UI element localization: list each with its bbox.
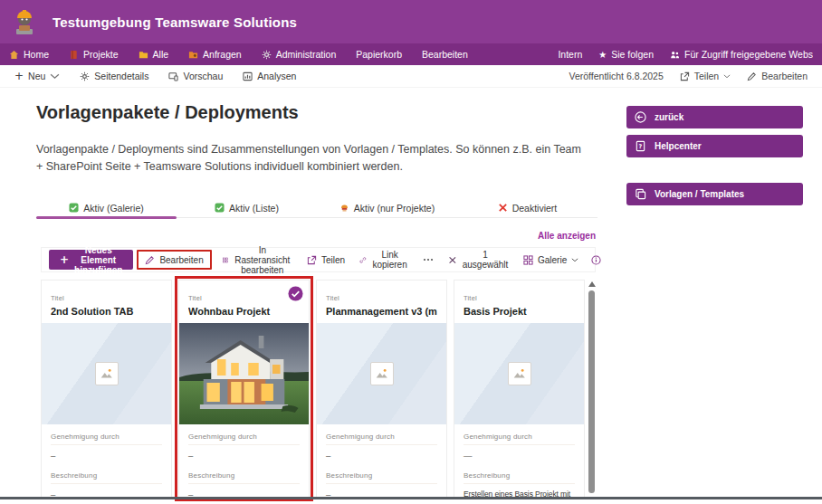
edit-item-button[interactable]: Bearbeiten (137, 250, 211, 270)
templates-copy-icon (635, 188, 646, 200)
tab-aktiv-nur-projekte[interactable]: Aktiv (nur Projekte) (317, 198, 457, 217)
construction-worker-icon (339, 203, 349, 213)
card-image-placeholder (42, 323, 171, 424)
view-selector-button[interactable]: Galerie (516, 250, 586, 270)
description-label: Beschreibung (326, 471, 437, 484)
close-icon (448, 255, 457, 265)
grid-edit-button[interactable]: In Rasteransicht bearbeiten (215, 250, 300, 270)
card-2nd-solution-tab[interactable]: Titel 2nd Solution TAB Genehmigung durch… (41, 280, 172, 498)
new-menu-button[interactable]: + Neu (14, 70, 60, 82)
help-document-icon: ? (635, 140, 646, 152)
nav-alle[interactable]: Alle (139, 49, 169, 60)
folder-gear-icon (188, 50, 198, 60)
scrollbar-up-arrow[interactable] (588, 281, 596, 287)
approval-label: Genehmigung durch (188, 433, 300, 445)
view-tabs: Aktiv (Galerie) Aktiv (Liste) Aktiv (nur… (36, 198, 597, 218)
nav-home[interactable]: Home (9, 49, 49, 60)
card-planmanagement-v3[interactable]: Titel Planmanagement v3 (mit Team) Geneh… (316, 280, 447, 498)
preview-icon (168, 71, 178, 81)
approval-label: Genehmigung durch (51, 433, 162, 445)
grid-icon (223, 255, 228, 265)
selected-check-icon[interactable] (288, 286, 303, 301)
edit-page-button[interactable]: Bearbeiten (747, 71, 808, 81)
nav-projekte[interactable]: Projekte (69, 49, 119, 60)
image-placeholder-icon (99, 366, 115, 382)
gear-icon (80, 71, 90, 81)
page-command-bar: + Neu Seitendetails Vorschau Analysen Ve… (0, 65, 822, 88)
approval-label: Genehmigung durch (464, 433, 575, 445)
ellipsis-icon (423, 258, 434, 262)
share-item-button[interactable]: Teilen (300, 250, 352, 270)
back-button[interactable]: zurück (626, 106, 803, 128)
construction-worker-logo-icon (11, 7, 38, 36)
check-square-icon (215, 203, 225, 213)
tab-aktiv-liste[interactable]: Aktiv (Liste) (177, 198, 317, 217)
house-photo (179, 323, 309, 424)
description-label: Beschreibung (188, 471, 300, 484)
share-icon (307, 255, 317, 265)
card-title-label: Titel (326, 294, 339, 302)
plus-icon: + (14, 70, 24, 82)
nav-shared-sites[interactable]: Für Zugriff freigegebene Webs (670, 49, 813, 60)
published-status: Veröffentlicht 6.8.2025 (569, 71, 663, 81)
show-all-link[interactable]: Alle anzeigen (36, 231, 596, 241)
app-window: Testumgebung Teamsware Solutions Home Pr… (0, 0, 822, 504)
folder-icon (139, 50, 148, 60)
pagebar-right-group: Veröffentlicht 6.8.2025 Teilen Bearbeite… (569, 71, 808, 81)
info-button[interactable] (586, 250, 603, 270)
plus-icon: + (60, 253, 69, 266)
list-command-bar: + Neues Element hinzufügen Bearbeiten In… (41, 247, 596, 272)
nav-following[interactable]: ★ Sie folgen (598, 49, 654, 60)
clear-selection-button[interactable]: 1 ausgewählt (441, 250, 516, 270)
image-placeholder-icon (511, 366, 528, 382)
star-icon: ★ (598, 50, 607, 60)
page-details-button[interactable]: Seitendetails (80, 71, 148, 81)
chevron-down-icon (50, 71, 60, 81)
nav-bearbeiten[interactable]: Bearbeiten (422, 49, 468, 60)
tab-deaktiviert[interactable]: Deaktiviert (457, 198, 597, 217)
page-title: Vorlagenpakete / Deployments (36, 102, 299, 123)
more-commands-button[interactable] (416, 250, 441, 270)
share-button[interactable]: Teilen (680, 71, 731, 81)
site-title: Testumgebung Teamsware Solutions (53, 14, 297, 30)
chevron-down-icon (571, 258, 578, 262)
approval-value: — (464, 451, 575, 461)
back-arrow-icon (635, 111, 646, 123)
link-icon (359, 255, 367, 265)
home-icon (9, 50, 19, 60)
templates-button[interactable]: Vorlagen / Templates (626, 183, 803, 205)
page-description: Vorlagenpakte / Deployments sind Zusamme… (36, 141, 587, 176)
nav-right-group: Intern ★ Sie folgen Für Zugriff freigege… (558, 49, 813, 60)
card-title: Planmanagement v3 (mit Team) (326, 306, 437, 317)
cmdbar-right-group: 1 ausgewählt Galerie (441, 250, 603, 270)
helpcenter-button[interactable]: ? Helpcenter (626, 135, 803, 157)
nav-administration[interactable]: Administration (262, 49, 337, 60)
approval-value: – (326, 451, 437, 461)
window-bottom-edge (0, 497, 822, 499)
bar-chart-icon (243, 71, 253, 81)
card-gallery: Titel 2nd Solution TAB Genehmigung durch… (41, 280, 585, 498)
red-x-icon (498, 203, 508, 213)
share-icon (680, 71, 690, 81)
pencil-icon (145, 255, 155, 265)
copy-link-button[interactable]: Link kopieren (352, 250, 416, 270)
approval-value: – (51, 451, 162, 461)
card-wohnbau-projekt[interactable]: Titel Wohnbau Projekt (178, 280, 310, 498)
grid-icon (523, 255, 533, 265)
tab-aktiv-galerie[interactable]: Aktiv (Galerie) (36, 198, 177, 217)
nav-papierkorb[interactable]: Papierkorb (356, 49, 402, 60)
card-title: Basis Projekt (464, 306, 575, 317)
nav-anfragen[interactable]: Anfragen (188, 49, 242, 60)
notebook-icon (69, 50, 79, 60)
card-basis-projekt[interactable]: Titel Basis Projekt Genehmigung durch — … (454, 280, 585, 498)
site-header: Testumgebung Teamsware Solutions (0, 0, 822, 43)
description-label: Beschreibung (51, 471, 162, 484)
chevron-down-icon (723, 74, 731, 79)
preview-button[interactable]: Vorschau (168, 71, 223, 81)
vertical-scrollbar[interactable] (588, 290, 595, 493)
card-title-label: Titel (188, 294, 202, 302)
check-square-icon (69, 203, 79, 213)
analytics-button[interactable]: Analysen (243, 71, 296, 81)
add-item-button[interactable]: + Neues Element hinzufügen (49, 250, 133, 270)
description-label: Beschreibung (464, 471, 575, 484)
